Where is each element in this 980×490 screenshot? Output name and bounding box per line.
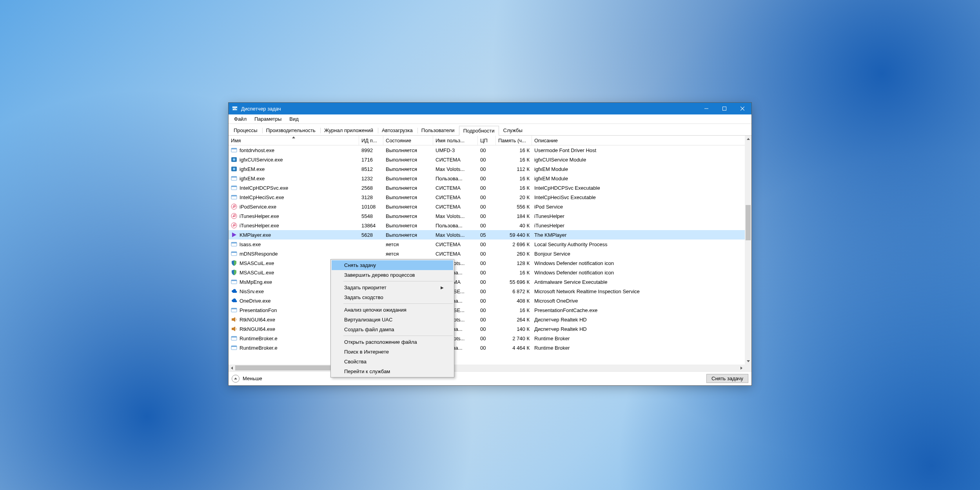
process-icon xyxy=(231,166,237,172)
tab-startup[interactable]: Автозагрузка xyxy=(377,125,417,135)
table-row[interactable]: iPodService.exe10108ВыполняетсяСИСТЕМА00… xyxy=(229,202,745,211)
cell-cpu: 00 xyxy=(478,317,496,323)
process-name: igfxEM.exe xyxy=(240,166,265,172)
end-task-button[interactable]: Снять задачу xyxy=(706,374,748,383)
table-row[interactable]: fontdrvhost.exe8992ВыполняетсяUMFD-30016… xyxy=(229,145,745,155)
cell-mem: 16 К xyxy=(496,307,532,313)
cell-mem: 140 К xyxy=(496,326,532,332)
cell-cpu: 00 xyxy=(478,251,496,257)
scroll-thumb-v[interactable] xyxy=(746,205,751,240)
cell-mem: 260 К xyxy=(496,251,532,257)
cell-name: iPodService.exe xyxy=(229,203,359,210)
process-name: lsass.exe xyxy=(240,241,261,247)
tab-app-history[interactable]: Журнал приложений xyxy=(320,125,377,135)
tab-performance[interactable]: Производительность xyxy=(262,125,320,135)
horizontal-scrollbar[interactable] xyxy=(229,365,745,371)
cell-cpu: 00 xyxy=(478,194,496,200)
process-name: RuntimeBroker.e xyxy=(240,345,278,351)
cell-state: Выполняется xyxy=(383,194,433,200)
table-row[interactable]: iTunesHelper.exe5548ВыполняетсяMax Volot… xyxy=(229,211,745,221)
table-row[interactable]: RuntimeBroker.eяетсяПользова...004 464 К… xyxy=(229,343,745,352)
table-row[interactable]: MsMpEng.exeяетсяСИСТЕМА0055 696 КAntimal… xyxy=(229,277,745,287)
minimize-button[interactable] xyxy=(697,103,715,114)
context-menu[interactable]: Снять задачуЗавершить дерево процессовЗа… xyxy=(330,259,454,377)
col-desc[interactable]: Описание xyxy=(532,136,751,145)
process-name: OneDrive.exe xyxy=(240,298,270,304)
table-row[interactable]: igfxEM.exe1232ВыполняетсяПользова...0016… xyxy=(229,174,745,183)
cell-name: KMPlayer.exe xyxy=(229,232,359,238)
scroll-right-button[interactable] xyxy=(738,365,745,371)
tab-processes[interactable]: Процессы xyxy=(229,125,262,135)
cell-desc: Antimalware Service Executable xyxy=(532,279,745,285)
svg-rect-10 xyxy=(231,148,237,149)
context-menu-label: Задать приоритет xyxy=(344,285,387,290)
table-row[interactable]: mDNSRespondeяетсяСИСТЕМА00260 КBonjour S… xyxy=(229,249,745,258)
col-cpu[interactable]: ЦП xyxy=(478,136,496,145)
maximize-button[interactable] xyxy=(715,103,733,114)
fewer-details-button[interactable]: Меньше xyxy=(232,375,262,383)
context-menu-item[interactable]: Завершить дерево процессов xyxy=(332,270,453,280)
col-mem[interactable]: Память (ч... xyxy=(496,136,532,145)
process-name: RtkNGUI64.exe xyxy=(240,326,275,332)
process-icon xyxy=(231,288,237,294)
cell-state: Выполняется xyxy=(383,232,433,238)
menu-file[interactable]: Файл xyxy=(230,115,250,123)
cell-user: СИСТЕМА xyxy=(433,241,478,247)
vertical-scrollbar[interactable] xyxy=(745,136,751,365)
svg-rect-3 xyxy=(234,108,236,110)
table-row[interactable]: MSASCuiL.exeяетсяMax Volots...00128 КWin… xyxy=(229,258,745,268)
col-user[interactable]: Имя польз... xyxy=(433,136,478,145)
cell-mem: 408 К xyxy=(496,298,532,304)
context-menu-item[interactable]: Свойства xyxy=(332,357,453,367)
tab-users[interactable]: Пользователи xyxy=(417,125,459,135)
table-row[interactable]: igfxCUIService.exe1716ВыполняетсяСИСТЕМА… xyxy=(229,155,745,164)
tab-services[interactable]: Службы xyxy=(499,125,527,135)
scroll-track-h[interactable] xyxy=(235,365,738,371)
context-menu-label: Создать файл дампа xyxy=(344,327,394,332)
cell-cpu: 00 xyxy=(478,307,496,313)
col-state[interactable]: Состояние xyxy=(383,136,433,145)
context-menu-item[interactable]: Снять задачу xyxy=(332,260,453,270)
process-name: RtkNGUI64.exe xyxy=(240,317,275,323)
titlebar[interactable]: Диспетчер задач xyxy=(229,103,751,114)
col-pid[interactable]: ИД п... xyxy=(359,136,383,145)
svg-rect-30 xyxy=(231,280,237,281)
context-menu-item[interactable]: Анализ цепочки ожидания xyxy=(332,305,453,315)
table-row[interactable]: RtkNGUI64.exeяетсяMax Volots...00264 КДи… xyxy=(229,315,745,324)
menu-view[interactable]: Вид xyxy=(285,115,303,123)
context-menu-item[interactable]: Поиск в Интернете xyxy=(332,347,453,357)
menu-options[interactable]: Параметры xyxy=(250,115,285,123)
col-name[interactable]: Имя xyxy=(229,136,359,145)
scroll-up-button[interactable] xyxy=(745,136,751,142)
close-button[interactable] xyxy=(733,103,751,114)
table-row[interactable]: iTunesHelper.exe13864ВыполняетсяПользова… xyxy=(229,221,745,230)
process-icon xyxy=(231,175,237,181)
table-row[interactable]: PresentationFonяетсяLOCAL SE...0016 КPre… xyxy=(229,305,745,315)
scroll-down-button[interactable] xyxy=(745,358,751,365)
table-row[interactable]: OneDrive.exeяетсяПользова...00408 КMicro… xyxy=(229,296,745,305)
table-row[interactable]: NisSrv.exeяетсяLOCAL SE...006 872 КMicro… xyxy=(229,287,745,296)
scroll-left-button[interactable] xyxy=(229,365,235,371)
table-row[interactable]: RtkNGUI64.exeяетсяПользова...00140 КДисп… xyxy=(229,324,745,334)
table-row[interactable]: lsass.exeяетсяСИСТЕМА002 696 КLocal Secu… xyxy=(229,240,745,249)
cell-user: СИСТЕМА xyxy=(433,251,478,257)
context-menu-item[interactable]: Задать приоритет▶ xyxy=(332,283,453,292)
context-menu-item[interactable]: Перейти к службам xyxy=(332,367,453,376)
table-row[interactable]: igfxEM.exe8512ВыполняетсяMax Volots...00… xyxy=(229,164,745,174)
scroll-corner xyxy=(745,365,751,371)
table-row[interactable]: IntelCpHeciSvc.exe3128ВыполняетсяСИСТЕМА… xyxy=(229,192,745,202)
table-row[interactable]: KMPlayer.exe5628ВыполняетсяMax Volots...… xyxy=(229,230,745,240)
table-row[interactable]: RuntimeBroker.eяетсяMax Volots...002 740… xyxy=(229,334,745,343)
cell-mem: 16 К xyxy=(496,185,532,191)
table-row[interactable]: MSASCuiL.exeяетсяПользова...0016 КWindow… xyxy=(229,268,745,277)
context-menu-item[interactable]: Виртуализация UAC xyxy=(332,315,453,325)
context-menu-item[interactable]: Открыть расположение файла xyxy=(332,337,453,347)
tab-details[interactable]: Подробности xyxy=(459,126,499,136)
scroll-track-v[interactable] xyxy=(745,142,751,358)
cell-cpu: 05 xyxy=(478,232,496,238)
context-menu-item[interactable]: Задать сходство xyxy=(332,292,453,302)
cell-desc: Runtime Broker xyxy=(532,345,745,351)
table-row[interactable]: IntelCpHDCPSvc.exe2568ВыполняетсяСИСТЕМА… xyxy=(229,183,745,192)
cell-desc: iTunesHelper xyxy=(532,223,745,229)
context-menu-item[interactable]: Создать файл дампа xyxy=(332,325,453,334)
